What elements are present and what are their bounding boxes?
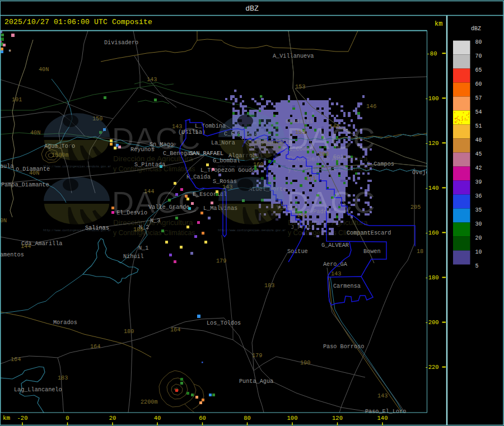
svg-text:Los_Toldos: Los_Toldos [207, 320, 241, 326]
svg-text:dBZ: dBZ [245, 4, 259, 13]
svg-text:Lag_Llancanelo: Lag_Llancanelo [14, 387, 62, 393]
svg-text:143: 143 [331, 271, 341, 277]
svg-text:-200: -200 [424, 319, 438, 326]
svg-text:km: km [3, 415, 11, 422]
svg-text:143: 143 [377, 393, 388, 399]
svg-text:A_Villanueva: A_Villanueva [273, 53, 314, 59]
svg-text:Bowen: Bowen [363, 249, 381, 255]
svg-text:G_bombal: G_bombal [213, 158, 240, 164]
svg-text:179: 179 [252, 353, 262, 359]
svg-text:164: 164 [11, 357, 21, 363]
svg-text:Morados: Morados [53, 320, 77, 326]
svg-text:aula: aula [0, 163, 13, 170]
svg-text:140: 140 [377, 415, 388, 422]
svg-text:205: 205 [410, 204, 421, 210]
svg-text:Oveje: Oveje [412, 170, 430, 176]
svg-text:-100: -100 [424, 95, 438, 102]
svg-text:146: 146 [366, 104, 376, 110]
svg-text:-140: -140 [424, 185, 438, 191]
svg-text:Pampa_Diamante: Pampa_Diamante [1, 182, 49, 188]
svg-text:120: 120 [332, 415, 343, 422]
svg-text:10: 10 [475, 249, 482, 255]
svg-text:183: 183 [58, 375, 68, 381]
svg-text:143: 143 [147, 77, 157, 83]
svg-text:101: 101 [12, 97, 22, 103]
svg-text:-120: -120 [424, 140, 438, 147]
svg-text:40N: 40N [39, 67, 49, 73]
svg-text:20: 20 [475, 235, 482, 241]
svg-text:N_1: N_1 [138, 245, 148, 251]
svg-text:57: 57 [475, 95, 482, 101]
svg-text:-180: -180 [424, 274, 438, 281]
svg-text:amentos: amentos [0, 252, 24, 258]
svg-text:36: 36 [475, 193, 482, 199]
svg-text:-220: -220 [424, 364, 438, 371]
svg-text:*: * [8, 49, 12, 57]
svg-text:171: 171 [306, 176, 316, 182]
svg-text:5: 5 [475, 263, 479, 269]
svg-text:51: 51 [475, 123, 482, 129]
svg-text:65: 65 [475, 67, 482, 73]
svg-text:-80: -80 [427, 50, 437, 57]
svg-text:2025/10/27 01:06:00 UTC Compos: 2025/10/27 01:06:00 UTC Composite [4, 18, 152, 26]
svg-text:164: 164 [170, 327, 180, 333]
svg-text:20: 20 [109, 415, 116, 422]
svg-text:39: 39 [475, 179, 482, 185]
svg-text:40N: 40N [30, 130, 40, 136]
svg-text:Paso_El_Loro: Paso_El_Loro [365, 409, 406, 415]
svg-text:18: 18 [417, 249, 423, 255]
svg-text:0: 0 [66, 415, 69, 422]
svg-text:-160: -160 [424, 230, 438, 236]
svg-text:48: 48 [475, 137, 482, 143]
svg-text:Aero_GA: Aero_GA [323, 261, 348, 268]
svg-text:Nihuil: Nihuil [123, 254, 144, 260]
svg-text:40: 40 [154, 415, 161, 422]
svg-text:45: 45 [475, 151, 482, 157]
svg-text:183: 183 [264, 283, 274, 289]
svg-text:dBZ: dBZ [471, 26, 481, 32]
svg-text:0N: 0N [0, 218, 7, 224]
svg-text:Punta_Agua: Punta_Agua [239, 378, 273, 385]
svg-text:100: 100 [287, 415, 298, 422]
svg-text:80: 80 [244, 415, 251, 422]
svg-text:80: 80 [475, 39, 482, 45]
svg-text:G_ALVEAR: G_ALVEAR [321, 242, 349, 249]
svg-text:35: 35 [475, 207, 482, 213]
svg-text:60: 60 [475, 81, 482, 87]
svg-text:Paso Borroso: Paso Borroso [323, 344, 364, 350]
svg-text:164: 164 [90, 344, 100, 350]
svg-text:Divisadero: Divisadero [104, 40, 138, 46]
svg-text:-20: -20 [17, 415, 28, 422]
svg-text:70: 70 [475, 53, 482, 59]
svg-text:180: 180 [124, 329, 134, 335]
svg-text:30: 30 [475, 221, 482, 227]
svg-text:km: km [435, 20, 442, 28]
svg-text:42: 42 [475, 165, 482, 171]
svg-text:Soitue: Soitue [287, 249, 308, 255]
svg-text:144: 144 [21, 244, 31, 250]
svg-text:Carmensa: Carmensa [333, 283, 361, 289]
svg-text:190: 190 [300, 360, 310, 366]
svg-text:60: 60 [199, 415, 206, 422]
svg-text:54: 54 [475, 109, 482, 115]
svg-text:2200m: 2200m [141, 399, 158, 405]
svg-text:179: 179 [216, 258, 226, 264]
svg-text:153: 153 [295, 84, 305, 90]
svg-text:40N: 40N [29, 170, 39, 176]
